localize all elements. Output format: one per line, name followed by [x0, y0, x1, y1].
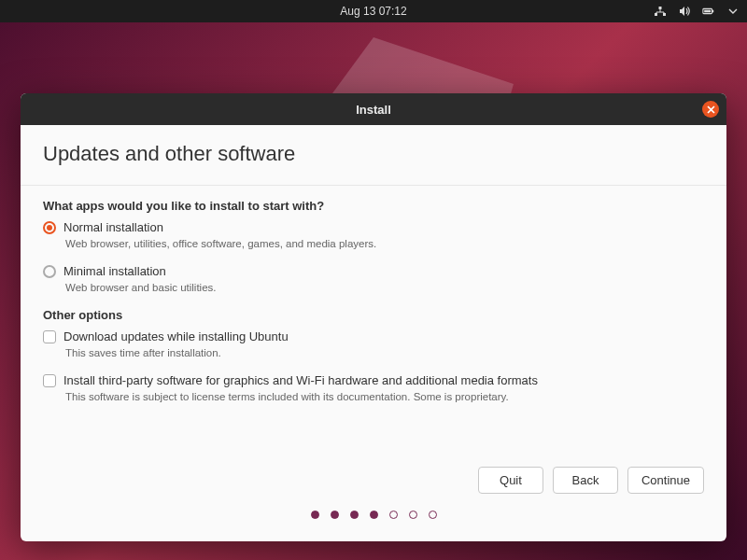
pager-dot	[389, 511, 398, 519]
pager-dot	[350, 511, 359, 519]
pager-dot	[429, 511, 437, 519]
option-thirdparty-desc: This software is subject to license term…	[65, 391, 704, 402]
back-button[interactable]: Back	[553, 467, 618, 494]
svg-rect-4	[712, 10, 713, 13]
window-title: Install	[356, 103, 391, 117]
svg-rect-2	[659, 7, 662, 9]
volume-icon[interactable]	[678, 5, 691, 18]
option-thirdparty-label[interactable]: Install third-party software for graphic…	[63, 373, 538, 387]
installer-content: Updates and other software What apps wou…	[21, 125, 726, 541]
button-row: Quit Back Continue	[43, 452, 704, 494]
svg-rect-5	[704, 10, 711, 13]
pager-dot	[409, 511, 417, 519]
installer-window: Install Updates and other software What …	[21, 93, 726, 541]
step-pager	[43, 494, 704, 532]
option-updates-desc: This saves time after installation.	[65, 347, 704, 358]
option-minimal-label[interactable]: Minimal installation	[63, 264, 166, 278]
divider	[21, 185, 726, 186]
other-options-heading: Other options	[43, 308, 704, 322]
svg-rect-1	[663, 13, 666, 16]
radio-normal[interactable]	[43, 221, 56, 234]
top-bar: Aug 13 07:12	[0, 0, 747, 22]
option-normal: Normal installation Web browser, utiliti…	[43, 220, 704, 257]
radio-minimal[interactable]	[43, 265, 56, 278]
option-minimal: Minimal installation Web browser and bas…	[43, 264, 704, 301]
option-normal-label[interactable]: Normal installation	[63, 220, 163, 234]
close-button[interactable]	[702, 101, 719, 118]
network-icon[interactable]	[654, 5, 667, 18]
battery-icon[interactable]	[702, 5, 715, 18]
titlebar: Install	[21, 93, 726, 125]
option-updates: Download updates while installing Ubuntu…	[43, 329, 704, 366]
quit-button[interactable]: Quit	[478, 467, 543, 494]
continue-button[interactable]: Continue	[627, 467, 704, 494]
power-menu-icon[interactable]	[726, 5, 740, 18]
svg-rect-0	[655, 13, 657, 16]
option-normal-desc: Web browser, utilities, office software,…	[65, 238, 704, 249]
checkbox-updates[interactable]	[43, 330, 56, 343]
clock: Aug 13 07:12	[340, 5, 406, 18]
pager-dot	[370, 511, 378, 519]
option-minimal-desc: Web browser and basic utilities.	[65, 282, 704, 293]
option-thirdparty: Install third-party software for graphic…	[43, 373, 704, 410]
checkbox-thirdparty[interactable]	[43, 374, 56, 387]
option-updates-label[interactable]: Download updates while installing Ubuntu	[63, 329, 289, 343]
pager-dot	[331, 511, 339, 519]
system-tray	[654, 5, 740, 18]
install-question: What apps would you like to install to s…	[43, 199, 704, 213]
page-title: Updates and other software	[43, 142, 704, 166]
pager-dot	[311, 511, 319, 519]
